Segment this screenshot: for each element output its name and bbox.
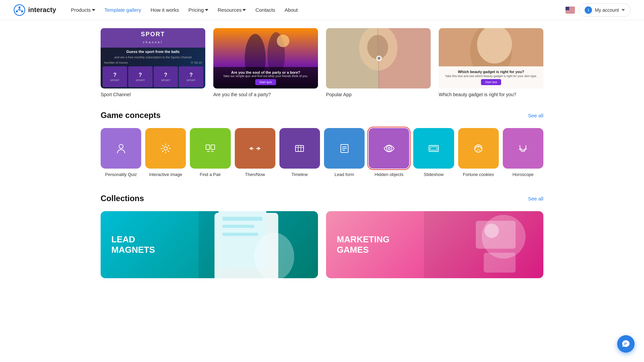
svg-point-47 bbox=[478, 146, 479, 147]
beauty-start-btn[interactable]: Start test bbox=[481, 79, 501, 85]
svg-rect-33 bbox=[211, 145, 215, 149]
sport-card-label: Sport Channel bbox=[101, 92, 205, 97]
sport-question-sub: and win a free monthly subscription to t… bbox=[101, 56, 205, 60]
fortune-cookies-label: Fortune cookies bbox=[463, 172, 494, 178]
game-concepts-header: Game concepts See all bbox=[101, 111, 543, 120]
concept-personality-quiz[interactable]: Personality Quiz bbox=[101, 128, 141, 178]
lead-magnets-deco bbox=[199, 211, 318, 278]
sport-card-image: SPORTchannel Guess the sport from the ba… bbox=[101, 28, 205, 88]
language-flag[interactable] bbox=[566, 7, 575, 13]
slideshow-icon bbox=[413, 128, 454, 169]
fortune-cookies-icon bbox=[458, 128, 499, 169]
svg-point-30 bbox=[119, 144, 123, 148]
concept-horoscope[interactable]: Horoscope bbox=[503, 128, 543, 178]
svg-point-1 bbox=[18, 6, 20, 8]
svg-rect-12 bbox=[566, 10, 575, 11]
nav-products[interactable]: Products bbox=[67, 4, 99, 15]
hidden-objects-icon bbox=[369, 128, 409, 169]
marketing-games-deco bbox=[424, 211, 543, 278]
collections-header: Collections See all bbox=[101, 194, 543, 203]
find-pair-label: Find a Pair bbox=[200, 172, 221, 178]
nav-template-gallery[interactable]: Template gallery bbox=[101, 4, 145, 15]
nav-resources[interactable]: Resources bbox=[214, 4, 250, 15]
account-icon: i bbox=[585, 6, 592, 14]
nav-right: i My account bbox=[566, 3, 631, 17]
concept-slideshow[interactable]: Slideshow bbox=[413, 128, 454, 178]
then-now-icon bbox=[235, 128, 275, 169]
interactive-image-label: Interactive image bbox=[149, 172, 182, 178]
main-content: SPORTchannel Guess the sport from the ba… bbox=[87, 20, 557, 278]
game-concepts-grid: Personality Quiz Interactive image Find … bbox=[101, 128, 543, 178]
personality-quiz-label: Personality Quiz bbox=[105, 172, 137, 178]
collections-section: Collections See all LEADMAGNETS bbox=[101, 194, 543, 278]
collection-marketing-games[interactable]: MARKETINGGAMES bbox=[326, 211, 543, 278]
concept-hidden-objects[interactable]: Hidden objects bbox=[369, 128, 409, 178]
top-card-beauty[interactable]: Which beauty gadget is right for you? Ta… bbox=[439, 28, 543, 97]
popular-card-label: Popular App bbox=[326, 92, 431, 97]
top-card-sport[interactable]: SPORTchannel Guess the sport from the ba… bbox=[101, 28, 205, 97]
nav-contacts[interactable]: Contacts bbox=[251, 4, 279, 15]
game-concepts-section: Game concepts See all Personality Quiz I… bbox=[101, 111, 543, 178]
party-sub: Take our simple quiz and find out what y… bbox=[217, 74, 315, 78]
svg-rect-34 bbox=[296, 145, 304, 152]
sport-timer: Number of moves ⏱ 00:15 bbox=[101, 60, 205, 65]
sport-grid: ?SPORT ?SPORT ?SPORT ?SPORT bbox=[101, 65, 205, 88]
sport-question: Guess the sport from the balls bbox=[101, 48, 205, 56]
collections-see-all[interactable]: See all bbox=[528, 196, 543, 201]
nav-how-it-works[interactable]: How it works bbox=[147, 4, 183, 15]
svg-point-43 bbox=[388, 147, 390, 149]
concept-fortune-cookies[interactable]: Fortune cookies bbox=[458, 128, 499, 178]
interactive-image-icon bbox=[145, 128, 186, 169]
top-cards-section: SPORTchannel Guess the sport from the ba… bbox=[101, 20, 543, 108]
collection-lead-magnets[interactable]: LEADMAGNETS bbox=[101, 211, 318, 278]
party-card-label: Are you the soul of a party? bbox=[213, 92, 318, 97]
sport-banner: SPORTchannel bbox=[101, 28, 205, 48]
svg-rect-45 bbox=[430, 147, 437, 150]
logo[interactable]: interacty bbox=[13, 4, 56, 16]
nav-pricing[interactable]: Pricing bbox=[184, 4, 212, 15]
svg-rect-14 bbox=[566, 12, 575, 13]
lead-magnets-label: LEADMAGNETS bbox=[111, 234, 155, 255]
nav-about[interactable]: About bbox=[281, 4, 302, 15]
party-card-image: Are you the soul of the party or a bore?… bbox=[213, 28, 318, 88]
slideshow-label: Slideshow bbox=[424, 172, 443, 178]
svg-point-31 bbox=[164, 147, 167, 150]
game-concepts-see-all[interactable]: See all bbox=[528, 113, 543, 118]
beauty-title: Which beauty gadget is right for you? bbox=[442, 70, 540, 74]
beauty-sub: Take this test and see which beauty gadg… bbox=[442, 74, 540, 78]
concept-then-now[interactable]: Then/Now bbox=[235, 128, 275, 178]
hidden-objects-label: Hidden objects bbox=[375, 172, 404, 178]
find-pair-icon bbox=[190, 128, 230, 169]
svg-rect-58 bbox=[484, 253, 516, 273]
popular-card-image bbox=[326, 28, 431, 88]
my-account-label: My account bbox=[595, 7, 619, 13]
concept-lead-form[interactable]: Lead form bbox=[324, 128, 365, 178]
horoscope-label: Horoscope bbox=[513, 172, 534, 178]
top-card-party[interactable]: Are you the soul of the party or a bore?… bbox=[213, 28, 318, 97]
top-card-popular[interactable]: Popular App bbox=[326, 28, 431, 97]
svg-rect-52 bbox=[222, 225, 254, 228]
concept-find-pair[interactable]: Find a Pair bbox=[190, 128, 230, 178]
svg-point-42 bbox=[386, 146, 392, 151]
timeline-icon bbox=[279, 128, 320, 169]
lead-form-icon bbox=[324, 128, 365, 169]
horoscope-icon bbox=[503, 128, 543, 169]
concept-interactive-image[interactable]: Interactive image bbox=[145, 128, 186, 178]
marketing-games-label: MARKETINGGAMES bbox=[337, 234, 389, 255]
party-title: Are you the soul of the party or a bore? bbox=[217, 70, 315, 74]
logo-text: interacty bbox=[28, 6, 56, 14]
party-btn[interactable]: Start quiz bbox=[255, 79, 276, 85]
lead-form-label: Lead form bbox=[334, 172, 354, 178]
game-concepts-title: Game concepts bbox=[101, 111, 161, 120]
my-account-button[interactable]: i My account bbox=[579, 3, 631, 17]
navbar: interacty Products Template gallery How … bbox=[0, 0, 644, 20]
svg-rect-15 bbox=[566, 7, 569, 10]
then-now-label: Then/Now bbox=[245, 172, 265, 178]
svg-rect-32 bbox=[206, 145, 210, 149]
timeline-label: Timeline bbox=[291, 172, 308, 178]
svg-point-19 bbox=[277, 35, 289, 47]
svg-point-59 bbox=[484, 224, 499, 238]
svg-rect-51 bbox=[222, 217, 262, 221]
concept-timeline[interactable]: Timeline bbox=[279, 128, 320, 178]
marketing-games-text: MARKETINGGAMES bbox=[337, 234, 389, 255]
